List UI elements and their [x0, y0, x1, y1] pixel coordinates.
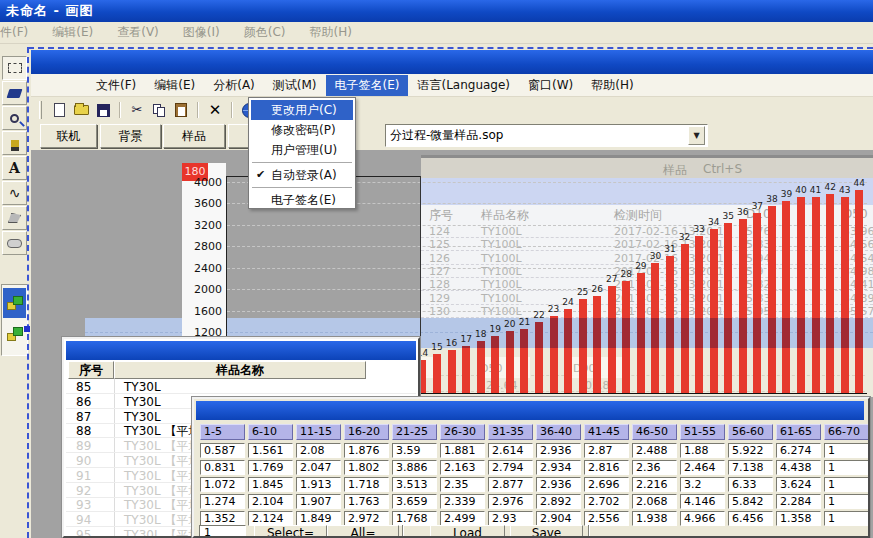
- app-menu-1[interactable]: 文件(F): [87, 75, 145, 96]
- dist-cell[interactable]: 1.274: [200, 494, 245, 509]
- dist-cell[interactable]: 2.816: [584, 460, 629, 475]
- copy-icon[interactable]: [149, 101, 169, 119]
- dist-cell[interactable]: 4.438: [776, 460, 821, 475]
- magnifier-tool[interactable]: [2, 106, 27, 130]
- app-button-联机[interactable]: 联机: [40, 124, 97, 148]
- menu-item-7[interactable]: 电子签名(E): [249, 190, 355, 210]
- dist-cell[interactable]: 1.352: [200, 511, 245, 526]
- dist-cell[interactable]: 1.876: [344, 443, 389, 458]
- dist-cell[interactable]: 2.904: [536, 511, 581, 526]
- select-tool[interactable]: [2, 56, 27, 80]
- dist-cell[interactable]: 1.849: [296, 511, 341, 526]
- paste-icon[interactable]: [171, 101, 191, 119]
- dist-cell[interactable]: 2.87: [584, 443, 629, 458]
- dist-cell[interactable]: 1.913: [296, 477, 341, 492]
- app-button-样品[interactable]: 样品: [163, 124, 225, 148]
- dist-cell[interactable]: 6.456: [728, 511, 773, 526]
- dist-cell[interactable]: 1.718: [344, 477, 389, 492]
- fill-tool[interactable]: [2, 81, 27, 105]
- footer-button-select[interactable]: Select=: [254, 525, 327, 538]
- app-menu-6[interactable]: 语言(Language): [408, 75, 519, 96]
- app-menu-4[interactable]: 测试(M): [264, 75, 326, 96]
- dist-cell[interactable]: 2.068: [632, 494, 677, 509]
- dist-cell[interactable]: 2.339: [440, 494, 485, 509]
- dist-cell[interactable]: 2.936: [536, 443, 581, 458]
- opaque-select-option[interactable]: [3, 319, 26, 349]
- paint-menu-3[interactable]: 查看(V): [105, 24, 171, 41]
- dist-cell[interactable]: 1: [824, 443, 869, 458]
- dist-cell[interactable]: 3.624: [776, 477, 821, 492]
- dist-cell[interactable]: 2.284: [776, 494, 821, 509]
- distribution-title-bar[interactable]: [196, 401, 864, 420]
- polygon-tool[interactable]: [2, 206, 27, 230]
- delete-icon[interactable]: ✕: [205, 101, 225, 119]
- dist-cell[interactable]: 1: [824, 494, 869, 509]
- dist-cell[interactable]: 2.936: [536, 477, 581, 492]
- dist-cell[interactable]: 6.274: [776, 443, 821, 458]
- dist-cell[interactable]: 2.36: [632, 460, 677, 475]
- app-menu-2[interactable]: 编辑(E): [145, 75, 204, 96]
- dist-cell[interactable]: 3.513: [392, 477, 437, 492]
- dist-cell[interactable]: 1.358: [776, 511, 821, 526]
- dist-cell[interactable]: 0.831: [200, 460, 245, 475]
- menu-item-1[interactable]: 更改用户(C): [251, 100, 353, 120]
- paint-menu-1[interactable]: 文件(F): [0, 24, 40, 41]
- dist-cell[interactable]: 5.922: [728, 443, 773, 458]
- dist-cell[interactable]: 1.769: [248, 460, 293, 475]
- app-menu-3[interactable]: 分析(A): [204, 75, 264, 96]
- dist-cell[interactable]: 2.976: [488, 494, 533, 509]
- dist-cell[interactable]: 1.763: [344, 494, 389, 509]
- dist-cell[interactable]: 2.556: [584, 511, 629, 526]
- list-header-1[interactable]: 序号: [68, 361, 114, 379]
- dist-cell[interactable]: 2.488: [632, 443, 677, 458]
- dist-cell[interactable]: 5.842: [728, 494, 773, 509]
- sample-list-title-bar[interactable]: [66, 341, 416, 360]
- footer-button-save[interactable]: Save: [510, 525, 583, 538]
- dist-cell[interactable]: 2.047: [296, 460, 341, 475]
- paint-menu-6[interactable]: 帮助(H): [297, 24, 363, 41]
- menu-item-5[interactable]: ✔自动登录(A): [249, 165, 355, 185]
- app-menu-5[interactable]: 电子签名(E): [326, 75, 409, 96]
- dist-cell[interactable]: 1: [824, 477, 869, 492]
- dist-cell[interactable]: 2.702: [584, 494, 629, 509]
- dist-cell[interactable]: 2.877: [488, 477, 533, 492]
- paint-menu-5[interactable]: 颜色(C): [232, 24, 298, 41]
- dist-cell[interactable]: 1.938: [632, 511, 677, 526]
- rounded-rect-tool[interactable]: [2, 231, 27, 255]
- dist-cell[interactable]: 3.59: [392, 443, 437, 458]
- dist-cell[interactable]: 2.464: [680, 460, 725, 475]
- dist-cell[interactable]: 2.93: [488, 511, 533, 526]
- dist-cell[interactable]: 3.886: [392, 460, 437, 475]
- transparent-select-option[interactable]: [3, 288, 26, 318]
- new-file-icon[interactable]: [49, 101, 69, 119]
- paint-menu-4[interactable]: 图像(I): [171, 24, 232, 41]
- dist-cell[interactable]: 2.892: [536, 494, 581, 509]
- dist-cell[interactable]: 1: [824, 460, 869, 475]
- dist-cell[interactable]: 2.499: [440, 511, 485, 526]
- dist-cell[interactable]: 1.88: [680, 443, 725, 458]
- dist-cell[interactable]: 2.163: [440, 460, 485, 475]
- brush-tool[interactable]: [2, 131, 27, 155]
- dist-cell[interactable]: 4.146: [680, 494, 725, 509]
- sop-combobox[interactable]: 分过程-微量样品.sop: [385, 124, 708, 147]
- curve-tool[interactable]: ∿: [2, 181, 27, 205]
- dist-cell[interactable]: 1.881: [440, 443, 485, 458]
- menu-item-2[interactable]: 修改密码(P): [249, 120, 355, 140]
- dist-cell[interactable]: 1.907: [296, 494, 341, 509]
- dist-cell[interactable]: 2.934: [536, 460, 581, 475]
- dist-cell[interactable]: 3.659: [392, 494, 437, 509]
- menu-item-3[interactable]: 用户管理(U): [249, 140, 355, 160]
- app-menu-7[interactable]: 窗口(W): [519, 75, 582, 96]
- dist-cell[interactable]: 3.2: [680, 477, 725, 492]
- dist-cell[interactable]: 2.08: [296, 443, 341, 458]
- dist-cell[interactable]: 1.072: [200, 477, 245, 492]
- dist-cell[interactable]: 1: [824, 511, 869, 526]
- dist-cell[interactable]: 1.561: [248, 443, 293, 458]
- footer-button-all[interactable]: All=: [327, 525, 399, 538]
- dist-cell[interactable]: 2.35: [440, 477, 485, 492]
- dist-cell[interactable]: 2.794: [488, 460, 533, 475]
- selection-marquee-left[interactable]: [27, 47, 29, 538]
- app-menu-8[interactable]: 帮助(H): [582, 75, 642, 96]
- cut-icon[interactable]: ✂: [127, 101, 147, 119]
- paint-menu-2[interactable]: 编辑(E): [40, 24, 105, 41]
